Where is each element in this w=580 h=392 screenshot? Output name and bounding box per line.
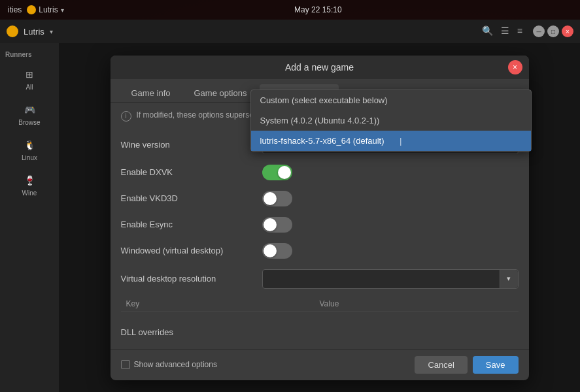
linux-icon: 🐧 (22, 138, 37, 152)
windowed-toggle[interactable] (262, 243, 292, 259)
window-minimize-button[interactable]: ─ (533, 25, 545, 37)
windowed-control (262, 243, 519, 259)
windowed-label: Windowed (virtual desktop) (121, 246, 252, 255)
virtual-desktop-select[interactable]: ▾ (262, 269, 519, 289)
enable-esync-label: Enable Esync (121, 220, 252, 229)
all-icon: ⊞ (22, 67, 37, 82)
main-area: Add a new game × Game info Game options … (59, 43, 580, 392)
lutris-taskbar-icon[interactable]: Lutris ▾ (27, 5, 63, 14)
wine-version-label: Wine version (121, 140, 252, 150)
taskbar-apps[interactable]: ities (8, 5, 22, 14)
sidebar-item-wine[interactable]: 🍷 Wine (0, 168, 59, 202)
virtual-desktop-row: Virtual desktop resolution ▾ (121, 264, 519, 294)
sidebar-item-all-label: All (26, 84, 33, 91)
tab-game-info[interactable]: Game info (121, 84, 181, 102)
cancel-button[interactable]: Cancel (415, 356, 467, 374)
lutris-titlebar: Lutris ▾ 🔍 ☰ ≡ ─ □ × (0, 20, 580, 43)
window-controls: 🔍 ☰ ≡ ─ □ × (482, 25, 573, 37)
enable-dxvk-toggle[interactable] (262, 165, 292, 180)
virtual-desktop-label: Virtual desktop resolution (121, 274, 252, 284)
kv-table: Key Value (121, 297, 519, 312)
window-close-button[interactable]: × (562, 25, 573, 37)
windowed-row: Windowed (virtual desktop) (121, 238, 519, 264)
info-icon: i (121, 111, 131, 122)
show-advanced-checkbox[interactable] (121, 360, 130, 369)
taskbar-datetime: May 22 15:10 (294, 5, 342, 14)
cursor-in-dropdown: | (400, 137, 401, 146)
lutris-window-title: Lutris (24, 27, 44, 37)
enable-dxvk-row: Enable DXVK (121, 159, 519, 186)
save-button[interactable]: Save (473, 356, 519, 374)
window-maximize-button[interactable]: □ (547, 25, 559, 37)
lutris-content: Runners ⊞ All 🎮 Browse 🐧 Linux 🍷 Wine (0, 43, 580, 392)
browse-icon: 🎮 (22, 103, 37, 117)
lutris-title-arrow: ▾ (50, 28, 53, 35)
enable-esync-row: Enable Esync (121, 212, 519, 238)
wine-icon: 🍷 (22, 173, 37, 188)
add-game-modal: Add a new game × Game info Game options … (111, 56, 529, 380)
enable-vkd3d-label: Enable VKD3D (121, 193, 252, 203)
virtual-desktop-value (263, 276, 500, 282)
sidebar-item-browse[interactable]: 🎮 Browse (0, 97, 59, 131)
sidebar-item-all[interactable]: ⊞ All (0, 62, 59, 96)
toggle-knob-vkd3d (264, 192, 277, 205)
tab-game-options[interactable]: Game options (183, 84, 257, 102)
kv-header: Key Value (121, 297, 519, 312)
enable-vkd3d-toggle[interactable] (262, 191, 292, 206)
sidebar-item-linux[interactable]: 🐧 Linux (0, 133, 59, 167)
sidebar-item-wine-label: Wine (22, 189, 37, 197)
wine-version-dropdown[interactable]: Custom (select executable below) System … (250, 90, 532, 152)
sidebar-item-linux-label: Linux (22, 154, 37, 161)
sidebar-item-browse-label: Browse (18, 119, 40, 126)
enable-vkd3d-control (262, 191, 519, 206)
enable-dxvk-control (262, 165, 519, 180)
enable-esync-control (262, 217, 519, 233)
show-advanced-row: Show advanced options (121, 360, 217, 369)
modal-overlay: Add a new game × Game info Game options … (59, 43, 580, 392)
dropdown-item-system[interactable]: System (4.0.2 (Ubuntu 4.0.2-1)) (251, 110, 531, 131)
taskbar-left: ities Lutris ▾ (8, 5, 64, 14)
toggle-knob-dxvk (278, 166, 291, 179)
search-icon[interactable]: 🔍 (482, 25, 493, 37)
info-notice-text: If modified, these options superse... (137, 110, 260, 120)
menu-icon[interactable]: ≡ (517, 25, 522, 37)
toggle-knob-esync (264, 218, 277, 231)
taskbar: ities Lutris ▾ May 22 15:10 (0, 0, 580, 20)
view-options-icon[interactable]: ☰ (501, 25, 509, 37)
dropdown-item-default[interactable]: lutris-fshack-5.7-x86_64 (default) | (251, 131, 531, 151)
enable-vkd3d-row: Enable VKD3D (121, 186, 519, 212)
modal-close-button[interactable]: × (508, 60, 522, 74)
sidebar: Runners ⊞ All 🎮 Browse 🐧 Linux 🍷 Wine (0, 43, 59, 392)
modal-title: Add a new game (285, 62, 354, 73)
modal-footer: Show advanced options Cancel Save (111, 349, 529, 380)
sidebar-section-runners: Runners (0, 48, 59, 61)
lutris-window: Lutris ▾ 🔍 ☰ ≡ ─ □ × Runners ⊞ All 🎮 Bro… (0, 20, 580, 392)
footer-buttons: Cancel Save (415, 356, 518, 374)
show-advanced-label: Show advanced options (134, 360, 217, 369)
dropdown-item-custom[interactable]: Custom (select executable below) (251, 90, 531, 110)
kv-value-header: Value (320, 299, 513, 308)
virtual-desktop-control: ▾ (262, 269, 519, 289)
virtual-desktop-arrow-icon[interactable]: ▾ (500, 270, 518, 288)
toggle-knob-windowed (264, 244, 277, 257)
modal-titlebar: Add a new game × (111, 56, 529, 79)
lutris-app-icon (7, 25, 18, 37)
kv-key-header: Key (126, 299, 320, 308)
enable-dxvk-label: Enable DXVK (121, 167, 252, 177)
enable-esync-toggle[interactable] (262, 217, 292, 233)
dll-overrides-label: DLL overrides (121, 327, 519, 341)
